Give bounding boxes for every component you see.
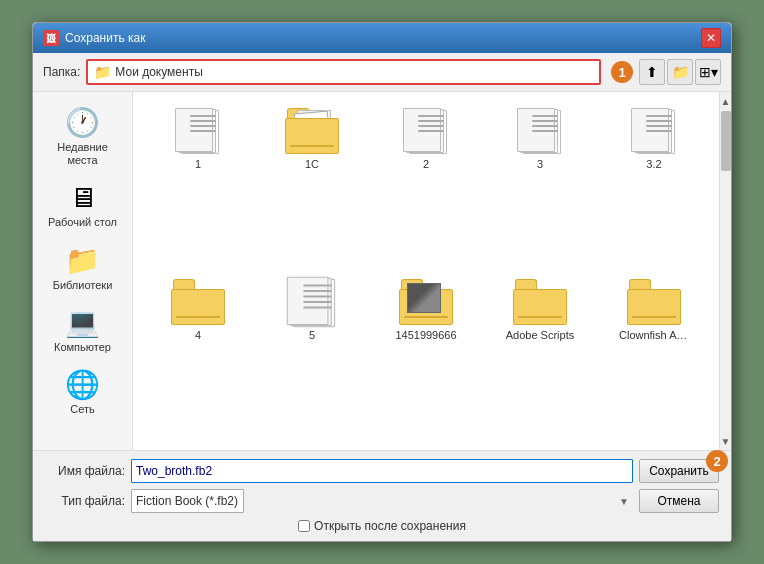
scrollbar[interactable]: ▲ ▼ [719,92,731,450]
libraries-icon: 📁 [65,244,100,277]
network-icon: 🌐 [65,368,100,401]
file-icon [399,108,453,154]
sidebar-item-libraries-label: Библиотеки [53,279,113,292]
list-item[interactable]: Clownfish Avatars [601,275,707,438]
folder-icon: 📁 [94,64,111,80]
filename-input[interactable] [131,459,633,483]
file-name: 1С [305,158,319,170]
file-icon [399,279,453,325]
file-name: 2 [423,158,429,170]
filetype-label: Тип файла: [45,494,125,508]
file-name: 5 [309,329,315,341]
file-name: 1 [195,158,201,170]
bottom-area: Имя файла: Сохранить 2 Тип файла: Fictio… [33,450,731,541]
sidebar-item-desktop-label: Рабочий стол [48,216,117,229]
filename-row: Имя файла: Сохранить 2 [45,459,719,483]
sidebar-item-network[interactable]: 🌐 Сеть [39,362,127,422]
list-item[interactable]: 5 [259,275,365,438]
open-after-save-label: Открыть после сохранения [314,519,466,533]
new-folder-button[interactable]: 📁 [667,59,693,85]
sidebar-item-libraries[interactable]: 📁 Библиотеки [39,238,127,298]
filetype-select-wrapper: Fiction Book (*.fb2) ▼ [131,489,633,513]
list-item[interactable]: 1451999666 [373,275,479,438]
file-name: 4 [195,329,201,341]
save-dialog: 🖼 Сохранить как ✕ Папка: 📁 Мои документы… [32,22,732,542]
content-area: 1 1С [133,92,719,450]
computer-icon: 💻 [65,306,100,339]
title-bar-left: 🖼 Сохранить как [43,30,145,46]
file-icon [171,279,225,325]
list-item[interactable]: 2 [373,104,479,267]
file-name: 3 [537,158,543,170]
list-item[interactable]: 4 [145,275,251,438]
filename-label: Имя файла: [45,464,125,478]
location-box[interactable]: 📁 Мои документы [86,59,601,85]
list-item[interactable]: 3.2 [601,104,707,267]
sidebar: 🕐 Недавние места 🖥 Рабочий стол 📁 Библио… [33,92,133,450]
toolbar: Папка: 📁 Мои документы 1 ⬆ 📁 ⊞▾ [33,53,731,92]
filetype-select[interactable]: Fiction Book (*.fb2) [131,489,244,513]
app-icon: 🖼 [43,30,59,46]
save-button[interactable]: Сохранить 2 [639,459,719,483]
title-bar: 🖼 Сохранить как ✕ [33,23,731,53]
badge-2: 2 [706,450,728,472]
list-item[interactable]: 1 [145,104,251,267]
view-button[interactable]: ⊞▾ [695,59,721,85]
recent-icon: 🕐 [65,106,100,139]
file-icon [627,279,681,325]
file-icon [513,279,567,325]
file-icon [627,108,681,154]
toolbar-buttons: ⬆ 📁 ⊞▾ [639,59,721,85]
main-area: 🕐 Недавние места 🖥 Рабочий стол 📁 Библио… [33,92,731,450]
sidebar-item-recent[interactable]: 🕐 Недавние места [39,100,127,173]
list-item[interactable]: Adobe Scripts [487,275,593,438]
filetype-row: Тип файла: Fiction Book (*.fb2) ▼ Отмена [45,489,719,513]
scrollbar-thumb[interactable] [721,111,731,171]
sidebar-item-recent-label: Недавние места [43,141,123,167]
cancel-wrapper: Отмена [639,489,719,513]
file-name: 3.2 [646,158,661,170]
action-buttons: Сохранить 2 [639,459,719,483]
list-item[interactable]: 3 [487,104,593,267]
file-grid: 1 1С [133,92,719,450]
open-after-save-row: Открыть после сохранения [45,519,719,533]
sidebar-item-desktop[interactable]: 🖥 Рабочий стол [39,175,127,235]
dialog-title: Сохранить как [65,31,145,45]
cancel-button[interactable]: Отмена [639,489,719,513]
file-icon [282,277,341,328]
sidebar-item-network-label: Сеть [70,403,94,416]
file-icon [171,108,225,154]
sidebar-item-computer[interactable]: 💻 Компьютер [39,300,127,360]
file-name: 1451999666 [395,329,456,341]
badge-1: 1 [611,61,633,83]
file-icon [513,108,567,154]
file-name: Adobe Scripts [506,329,574,341]
close-button[interactable]: ✕ [701,28,721,48]
sidebar-item-computer-label: Компьютер [54,341,111,354]
desktop-icon: 🖥 [69,181,97,214]
file-name: Clownfish Avatars [619,329,689,341]
up-button[interactable]: ⬆ [639,59,665,85]
list-item[interactable]: 1С [259,104,365,267]
select-arrow-icon: ▼ [619,496,629,507]
location-label: Папка: [43,65,80,79]
file-icon [285,108,339,154]
location-value: Мои документы [115,65,593,79]
open-after-save-checkbox[interactable] [298,520,310,532]
